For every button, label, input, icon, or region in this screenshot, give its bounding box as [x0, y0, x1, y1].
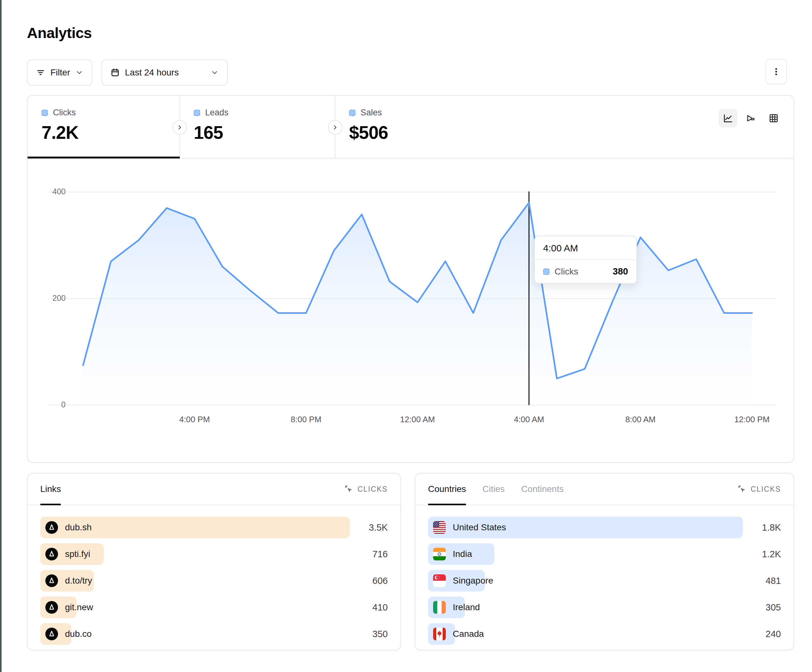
link-row[interactable]: git.new410	[40, 597, 388, 618]
link-row[interactable]: dub.co350	[40, 623, 388, 645]
stat-tab-sales[interactable]: Sales $506	[335, 96, 491, 158]
cursor-click-icon	[344, 484, 353, 494]
tooltip-legend-square-icon	[543, 268, 549, 275]
page-title: Analytics	[27, 24, 92, 41]
bar-track: Canada	[428, 623, 743, 645]
filter-button[interactable]: Filter	[27, 60, 92, 85]
row-value: 350	[350, 629, 388, 640]
dub-logo-icon	[45, 548, 58, 560]
tooltip-time: 4:00 AM	[535, 237, 636, 260]
link-row[interactable]: dub.sh3.5K	[40, 517, 388, 538]
table-view-toggle-button[interactable]	[764, 109, 783, 128]
cursor-click-icon	[737, 484, 747, 494]
clicks-chart[interactable]: 4002000 4:00 PM8:00 PM12:00 AM4:00 AM8:0…	[27, 159, 793, 462]
date-range-label: Last 24 hours	[125, 68, 179, 78]
country-row[interactable]: India1.2K	[428, 543, 781, 565]
bar-track: dub.co	[40, 623, 350, 645]
row-value: 606	[350, 576, 388, 586]
stat-label: Sales	[360, 108, 382, 118]
row-value: 3.5K	[350, 522, 388, 533]
sales-legend-square-icon	[349, 110, 355, 116]
stat-tab-clicks[interactable]: Clicks 7.2K	[27, 96, 180, 158]
tab-label: Cities	[483, 484, 505, 494]
row-label: Canada	[453, 629, 484, 639]
row-value: 1.2K	[743, 549, 781, 559]
table-grid-icon	[769, 113, 779, 123]
tab-continents[interactable]: Continents	[521, 474, 564, 505]
x-axis-tick-label: 4:00 PM	[179, 414, 210, 425]
expand-leads-button[interactable]	[172, 120, 187, 135]
bar-track: spti.fyi	[40, 543, 350, 565]
x-axis-tick-label: 8:00 AM	[625, 414, 655, 425]
link-row[interactable]: spti.fyi716	[40, 543, 388, 565]
funnel-chart-toggle-button[interactable]	[742, 109, 760, 128]
row-label: spti.fyi	[65, 549, 90, 559]
chart-tooltip: 4:00 AM Clicks 380	[534, 236, 637, 284]
row-label: India	[453, 549, 472, 559]
tab-countries[interactable]: Countries	[428, 474, 466, 505]
more-options-button[interactable]	[765, 59, 787, 84]
expand-sales-button[interactable]	[328, 120, 343, 135]
clicks-legend-square-icon	[41, 110, 48, 116]
date-range-button[interactable]: Last 24 hours	[101, 60, 228, 85]
row-label: d.to/try	[65, 576, 92, 586]
us-flag-icon	[433, 521, 446, 534]
bar-track: Singapore	[428, 570, 743, 592]
stat-tab-leads[interactable]: Leads 165	[180, 96, 335, 158]
countries-panel: Countries Cities Continents CLICKS Unite…	[415, 473, 794, 650]
country-row[interactable]: Singapore481	[428, 570, 781, 592]
x-axis-tick-label: 4:00 AM	[514, 414, 544, 425]
row-label: Singapore	[453, 576, 493, 586]
ca-flag-icon	[433, 628, 446, 640]
y-axis-tick-label: 0	[27, 400, 66, 409]
x-axis-tick-label: 12:00 PM	[734, 414, 769, 425]
metric-label: CLICKS	[751, 485, 781, 493]
tab-label: Continents	[521, 484, 564, 494]
dub-logo-icon	[45, 574, 58, 587]
calendar-icon	[110, 68, 120, 77]
funnel-chart-icon	[746, 113, 756, 123]
row-label: dub.sh	[65, 522, 92, 532]
kebab-menu-icon	[771, 67, 781, 77]
bar-track: git.new	[40, 597, 350, 618]
links-panel-header: Links CLICKS	[27, 474, 401, 505]
bar-track: Ireland	[428, 597, 743, 618]
in-flag-icon	[433, 548, 446, 560]
stat-label: Clicks	[53, 108, 76, 118]
links-metric-header[interactable]: CLICKS	[344, 484, 388, 494]
bar-track: India	[428, 543, 743, 565]
row-value: 716	[350, 549, 388, 559]
tab-label: Countries	[428, 484, 466, 494]
x-axis-tick-label: 8:00 PM	[291, 414, 321, 425]
row-value: 240	[743, 629, 781, 640]
leads-legend-square-icon	[194, 110, 200, 116]
chevron-down-icon	[210, 68, 219, 77]
tooltip-series-name: Clicks	[554, 266, 578, 277]
bar-track: United States	[428, 517, 743, 538]
row-label: git.new	[65, 602, 93, 612]
country-row[interactable]: Canada240	[428, 623, 781, 645]
filter-button-label: Filter	[50, 68, 70, 78]
bar-track: dub.sh	[40, 517, 350, 538]
country-row[interactable]: United States1.8K	[428, 517, 781, 538]
tooltip-value: 380	[613, 266, 628, 277]
row-value: 410	[350, 602, 388, 613]
countries-panel-header: Countries Cities Continents CLICKS	[415, 474, 793, 505]
stats-row: Clicks 7.2K Leads 165 Sales $506	[27, 96, 793, 159]
row-label: dub.co	[65, 629, 92, 639]
sg-flag-icon	[433, 574, 446, 587]
tab-links[interactable]: Links	[40, 474, 61, 505]
y-axis-tick-label: 400	[27, 187, 66, 196]
row-value: 305	[743, 602, 781, 613]
link-row[interactable]: d.to/try606	[40, 570, 388, 592]
left-edge-accent	[0, 0, 2, 672]
line-chart-icon	[723, 113, 733, 123]
chevron-right-icon	[176, 124, 183, 131]
tab-cities[interactable]: Cities	[483, 474, 505, 505]
country-row[interactable]: Ireland305	[428, 597, 781, 618]
chevron-right-icon	[332, 124, 339, 131]
y-axis-tick-label: 200	[27, 293, 66, 303]
countries-metric-header[interactable]: CLICKS	[737, 484, 781, 494]
line-chart-toggle-button[interactable]	[719, 109, 737, 128]
row-label: Ireland	[453, 602, 480, 612]
